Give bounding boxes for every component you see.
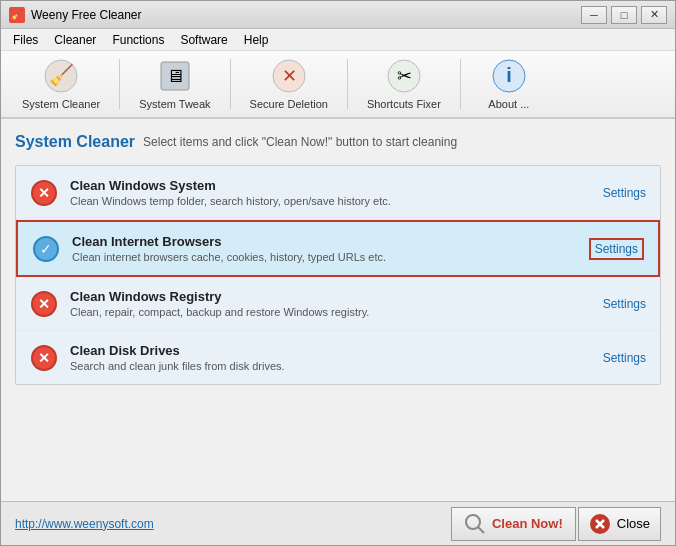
clean-now-label: Clean Now! bbox=[492, 516, 563, 531]
item-text-disk-drives: Clean Disk Drives Search and clean junk … bbox=[70, 343, 591, 372]
website-link[interactable]: http://www.weenysoft.com bbox=[15, 517, 154, 531]
item-text-windows-registry: Clean Windows Registry Clean, repair, co… bbox=[70, 289, 591, 318]
minimize-button[interactable]: ─ bbox=[581, 6, 607, 24]
svg-text:🧹: 🧹 bbox=[49, 63, 74, 87]
shortcuts-fixer-label: Shortcuts Fixer bbox=[367, 98, 441, 110]
toolbar-shortcuts-fixer[interactable]: ✂ Shortcuts Fixer bbox=[356, 55, 452, 113]
system-tweak-label: System Tweak bbox=[139, 98, 210, 110]
item-desc-windows-registry: Clean, repair, compact, backup and resto… bbox=[70, 306, 591, 318]
toolbar-sep-4 bbox=[460, 59, 461, 109]
close-window-button[interactable]: ✕ bbox=[641, 6, 667, 24]
svg-line-11 bbox=[478, 527, 484, 533]
clean-now-button[interactable]: Clean Now! bbox=[451, 507, 576, 541]
toolbar-sep-3 bbox=[347, 59, 348, 109]
settings-link-windows-registry[interactable]: Settings bbox=[603, 297, 646, 311]
check-icon-internet-browsers: ✓ bbox=[33, 236, 59, 262]
toolbar-system-cleaner[interactable]: 🧹 System Cleaner bbox=[11, 55, 111, 113]
toolbar: 🧹 System Cleaner 🖥 System Tweak ✕ bbox=[1, 51, 675, 119]
item-icon-windows-registry: ✕ bbox=[30, 290, 58, 318]
title-bar: 🧹 Weeny Free Cleaner ─ □ ✕ bbox=[1, 1, 675, 29]
settings-link-disk-drives[interactable]: Settings bbox=[603, 351, 646, 365]
system-tweak-icon: 🖥 bbox=[157, 58, 193, 94]
magnifier-icon bbox=[464, 513, 486, 535]
section-title: System Cleaner bbox=[15, 133, 135, 151]
item-desc-disk-drives: Search and clean junk files from disk dr… bbox=[70, 360, 591, 372]
svg-text:i: i bbox=[506, 64, 512, 86]
svg-text:✕: ✕ bbox=[281, 66, 296, 86]
footer: http://www.weenysoft.com Clean Now! Clos… bbox=[1, 501, 675, 545]
item-title-windows-registry: Clean Windows Registry bbox=[70, 289, 591, 304]
svg-text:✂: ✂ bbox=[396, 66, 411, 86]
settings-link-windows-system[interactable]: Settings bbox=[603, 186, 646, 200]
x-icon-windows-system: ✕ bbox=[31, 180, 57, 206]
item-icon-internet-browsers: ✓ bbox=[32, 235, 60, 263]
x-icon-disk-drives: ✕ bbox=[31, 345, 57, 371]
secure-deletion-label: Secure Deletion bbox=[250, 98, 328, 110]
toolbar-secure-deletion[interactable]: ✕ Secure Deletion bbox=[239, 55, 339, 113]
system-cleaner-label: System Cleaner bbox=[22, 98, 100, 110]
item-icon-windows-system: ✕ bbox=[30, 179, 58, 207]
toolbar-about[interactable]: i About ... bbox=[469, 55, 549, 113]
item-icon-disk-drives: ✕ bbox=[30, 344, 58, 372]
item-text-windows-system: Clean Windows System Clean Windows temp … bbox=[70, 178, 591, 207]
item-title-disk-drives: Clean Disk Drives bbox=[70, 343, 591, 358]
menu-cleaner[interactable]: Cleaner bbox=[46, 31, 104, 49]
menu-functions[interactable]: Functions bbox=[104, 31, 172, 49]
svg-point-10 bbox=[466, 515, 480, 529]
shortcuts-fixer-icon: ✂ bbox=[386, 58, 422, 94]
menu-bar: Files Cleaner Functions Software Help bbox=[1, 29, 675, 51]
menu-help[interactable]: Help bbox=[236, 31, 277, 49]
footer-buttons: Clean Now! Close bbox=[451, 507, 661, 541]
footer-close-button[interactable]: Close bbox=[578, 507, 661, 541]
system-cleaner-icon: 🧹 bbox=[43, 58, 79, 94]
about-icon: i bbox=[491, 58, 527, 94]
main-content: System Cleaner Select items and click "C… bbox=[1, 119, 675, 501]
window-controls: ─ □ ✕ bbox=[581, 6, 667, 24]
clean-item-internet-browsers[interactable]: ✓ Clean Internet Browsers Clean internet… bbox=[16, 220, 660, 277]
section-subtitle: Select items and click "Clean Now!" butt… bbox=[143, 135, 457, 149]
about-label: About ... bbox=[488, 98, 529, 110]
toolbar-sep-1 bbox=[119, 59, 120, 109]
maximize-button[interactable]: □ bbox=[611, 6, 637, 24]
item-title-windows-system: Clean Windows System bbox=[70, 178, 591, 193]
menu-software[interactable]: Software bbox=[172, 31, 235, 49]
app-icon: 🧹 bbox=[9, 7, 25, 23]
item-title-internet-browsers: Clean Internet Browsers bbox=[72, 234, 577, 249]
secure-deletion-icon: ✕ bbox=[271, 58, 307, 94]
items-container: ✕ Clean Windows System Clean Windows tem… bbox=[15, 165, 661, 385]
section-header: System Cleaner Select items and click "C… bbox=[15, 133, 661, 151]
clean-item-windows-registry[interactable]: ✕ Clean Windows Registry Clean, repair, … bbox=[16, 277, 660, 331]
item-desc-windows-system: Clean Windows temp folder, search histor… bbox=[70, 195, 591, 207]
menu-files[interactable]: Files bbox=[5, 31, 46, 49]
clean-item-disk-drives[interactable]: ✕ Clean Disk Drives Search and clean jun… bbox=[16, 331, 660, 384]
stop-icon bbox=[589, 513, 611, 535]
toolbar-sep-2 bbox=[230, 59, 231, 109]
item-desc-internet-browsers: Clean internet browsers cache, cookies, … bbox=[72, 251, 577, 263]
footer-close-label: Close bbox=[617, 516, 650, 531]
settings-link-internet-browsers[interactable]: Settings bbox=[589, 238, 644, 260]
toolbar-system-tweak[interactable]: 🖥 System Tweak bbox=[128, 55, 221, 113]
x-icon-windows-registry: ✕ bbox=[31, 291, 57, 317]
item-text-internet-browsers: Clean Internet Browsers Clean internet b… bbox=[72, 234, 577, 263]
svg-text:🖥: 🖥 bbox=[166, 66, 184, 86]
window-title: Weeny Free Cleaner bbox=[31, 8, 581, 22]
main-window: 🧹 Weeny Free Cleaner ─ □ ✕ Files Cleaner… bbox=[0, 0, 676, 546]
clean-item-windows-system[interactable]: ✕ Clean Windows System Clean Windows tem… bbox=[16, 166, 660, 220]
